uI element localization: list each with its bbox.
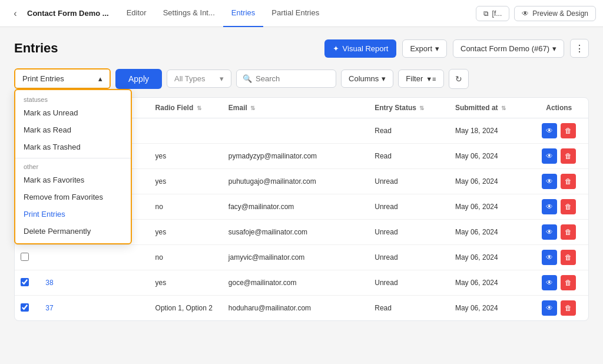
view-entry-button[interactable]: 👁 (542, 174, 557, 189)
row-radio-cell: Option 1, Option 2 (150, 296, 223, 321)
row-email-cell: puhutugajo@mailinator.com (223, 169, 369, 194)
view-entry-button[interactable]: 👁 (542, 199, 557, 214)
row-checkbox-cell[interactable] (15, 270, 39, 296)
row-submitted-cell: May 06, 2024 (449, 245, 530, 270)
chart-icon: ✦ (333, 44, 339, 53)
menu-item-delete-permanently[interactable]: Delete Permanently (15, 223, 131, 240)
row-submitted-cell: May 06, 2024 (449, 296, 530, 321)
row-status-cell: Unread (369, 194, 449, 220)
search-icon: 🔍 (243, 74, 252, 83)
apply-button[interactable]: Apply (115, 69, 162, 89)
row-submitted-cell: May 06, 2024 (449, 220, 530, 245)
main-content: Entries ✦ Visual Report Export ▾ Contact… (0, 27, 603, 333)
row-checkbox-cell[interactable] (15, 245, 39, 270)
table-row: 37 Option 1, Option 2 hoduharu@mailinato… (15, 296, 588, 321)
view-entry-button[interactable]: 👁 (542, 275, 557, 290)
col-submitted-at[interactable]: Submitted at ⇅ (449, 98, 530, 118)
delete-entry-button[interactable]: 🗑 (561, 300, 576, 316)
bulk-action-dropdown-wrapper: Print Entries ▴ statuses Mark as Unread … (14, 68, 111, 89)
row-submitted-cell: May 06, 2024 (449, 194, 530, 220)
tab-partial-entries[interactable]: Partial Entries (263, 0, 327, 27)
row-submitted-cell: May 06, 2024 (449, 270, 530, 296)
row-submitted-cell: May 18, 2024 (449, 118, 530, 144)
page-title: Entries (14, 41, 58, 56)
row-radio-cell: yes (150, 144, 223, 169)
row-status-cell: Read (369, 144, 449, 169)
delete-entry-button[interactable]: 🗑 (561, 174, 576, 189)
menu-item-mark-read[interactable]: Mark as Read (15, 121, 131, 138)
entry-id-link[interactable]: 37 (45, 304, 53, 312)
nav-right-actions: ⧉ [f... 👁 Preview & Design (476, 6, 596, 21)
chevron-down-icon: ▾ (382, 74, 386, 83)
view-entry-button[interactable]: 👁 (542, 224, 557, 240)
row-checkbox[interactable] (21, 303, 29, 312)
search-input[interactable] (256, 74, 326, 83)
entry-id-link[interactable]: 38 (45, 279, 53, 287)
delete-entry-button[interactable]: 🗑 (561, 250, 576, 265)
tab-editor[interactable]: Editor (118, 0, 155, 27)
menu-divider (15, 158, 131, 158)
sort-icon: ⇅ (419, 105, 424, 111)
columns-button[interactable]: Columns ▾ (341, 70, 393, 88)
view-entry-button[interactable]: 👁 (542, 300, 557, 316)
col-radio-field[interactable]: Radio Field ⇅ (150, 98, 223, 118)
copy-icon: ⧉ (483, 9, 489, 18)
row-id-cell (39, 245, 76, 270)
view-entry-button[interactable]: 👁 (542, 123, 557, 138)
more-icon: ⋮ (575, 43, 584, 54)
nav-back-button[interactable]: ‹ (7, 5, 24, 22)
more-options-button[interactable]: ⋮ (570, 39, 589, 58)
col-email[interactable]: Email ⇅ (223, 98, 369, 118)
row-actions-cell: 👁 🗑 (530, 270, 588, 296)
row-status-cell: Unread (369, 169, 449, 194)
row-id-cell: 38 (39, 270, 76, 296)
delete-entry-button[interactable]: 🗑 (561, 148, 576, 164)
view-entry-button[interactable]: 👁 (542, 250, 557, 265)
nav-form-title: Contact Form Demo ... (27, 9, 109, 18)
menu-item-remove-favorites[interactable]: Remove from Favorites (15, 188, 131, 206)
menu-item-mark-favorites[interactable]: Mark as Favorites (15, 171, 131, 188)
tab-entries[interactable]: Entries (223, 0, 263, 27)
row-ct-cell (76, 270, 149, 296)
top-nav: ‹ Contact Form Demo ... Editor Settings … (0, 0, 603, 27)
row-actions-cell: 👁 🗑 (530, 118, 588, 144)
menu-item-mark-trashed[interactable]: Mark as Trashed (15, 138, 131, 155)
tab-settings[interactable]: Settings & Int... (155, 0, 223, 27)
delete-entry-button[interactable]: 🗑 (561, 199, 576, 214)
row-checkbox-cell[interactable] (15, 296, 39, 321)
row-radio-cell: yes (150, 220, 223, 245)
row-checkbox[interactable] (21, 278, 29, 286)
row-status-cell: Unread (369, 245, 449, 270)
table-row: no jamyvic@mailinator.com Unread May 06,… (15, 245, 588, 270)
refresh-icon: ↻ (455, 74, 462, 84)
preview-design-button[interactable]: 👁 Preview & Design (514, 6, 596, 21)
row-email-cell: pymadyzyp@mailinator.com (223, 144, 369, 169)
refresh-button[interactable]: ↻ (449, 69, 469, 89)
bulk-action-dropdown[interactable]: Print Entries ▴ (15, 70, 110, 88)
row-checkbox[interactable] (21, 253, 29, 261)
row-status-cell: Read (369, 118, 449, 144)
search-box[interactable]: 🔍 (236, 70, 336, 88)
row-radio-cell: yes (150, 270, 223, 296)
visual-report-button[interactable]: ✦ Visual Report (324, 39, 397, 58)
copy-link-button[interactable]: ⧉ [f... (476, 6, 510, 21)
row-submitted-cell: May 06, 2024 (449, 169, 530, 194)
row-email-cell: hoduharu@mailinator.com (223, 296, 369, 321)
delete-entry-button[interactable]: 🗑 (561, 275, 576, 290)
all-types-filter[interactable]: All Types ▾ (167, 70, 231, 88)
col-entry-status[interactable]: Entry Status ⇅ (369, 98, 449, 118)
view-entry-button[interactable]: 👁 (542, 148, 557, 164)
row-submitted-cell: May 06, 2024 (449, 144, 530, 169)
filter-button[interactable]: Filter ▼≡ (398, 70, 443, 88)
export-button[interactable]: Export ▾ (402, 39, 447, 58)
form-selector-button[interactable]: Contact Form Demo (#67) ▾ (453, 39, 564, 58)
row-email-cell: jamyvic@mailinator.com (223, 245, 369, 270)
menu-item-mark-unread[interactable]: Mark as Unread (15, 104, 131, 121)
toolbar: Print Entries ▴ statuses Mark as Unread … (14, 68, 589, 89)
delete-entry-button[interactable]: 🗑 (561, 224, 576, 240)
statuses-section-label: statuses (15, 94, 131, 104)
menu-item-print-entries[interactable]: Print Entries (15, 206, 131, 223)
row-radio-cell (150, 118, 223, 144)
delete-entry-button[interactable]: 🗑 (561, 123, 576, 138)
row-actions-cell: 👁 🗑 (530, 144, 588, 169)
